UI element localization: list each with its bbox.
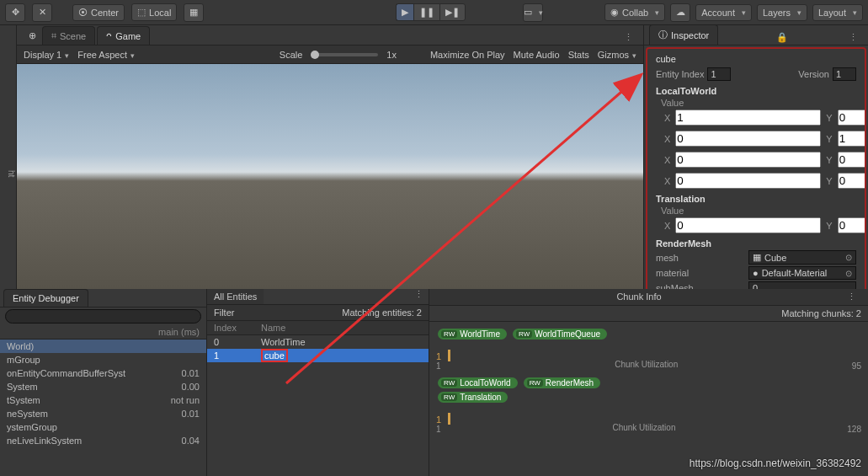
hand-tool-icon[interactable]: ✥ (5, 3, 25, 22)
name-col: Name (258, 321, 429, 334)
info-icon: ⓘ (658, 29, 668, 41)
tag-worldtime[interactable]: RWWorldTime (438, 329, 507, 340)
aspect-dropdown[interactable]: ▭ (523, 3, 543, 22)
entity-row[interactable]: 0WorldTime (207, 335, 429, 349)
gizmos-dropdown[interactable]: Gizmos (598, 50, 636, 60)
layout-dropdown[interactable]: Layout (812, 4, 863, 21)
tab-entity-debugger[interactable]: Entity Debugger (3, 289, 88, 307)
ltw-x[interactable] (675, 152, 821, 168)
chunk-menu-icon[interactable]: ⋮ (842, 291, 861, 302)
collab-dropdown[interactable]: ◉ Collab (604, 3, 665, 21)
left-gutter: ht (0, 25, 17, 289)
filter-button[interactable]: Filter (214, 308, 234, 318)
step-button[interactable]: ▶❚ (439, 3, 466, 21)
game-icon: ᴖ (106, 30, 112, 41)
entity-row-selected[interactable]: 1cube (207, 349, 429, 362)
cloud-icon[interactable]: ☁ (670, 3, 690, 22)
chunk-info-label: Chunk Info (616, 291, 661, 302)
all-entities-label: All Entities (207, 289, 264, 304)
game-viewport (17, 64, 643, 289)
maximize-on-play[interactable]: Maximize On Play (430, 50, 505, 60)
scale-value: 1x (386, 50, 397, 60)
aspect-select[interactable]: Free Aspect (77, 50, 135, 60)
rendermesh-header: RenderMesh (656, 238, 856, 249)
matching-entities: Matching entities: 2 (342, 308, 422, 318)
trans-x[interactable] (675, 217, 821, 233)
account-dropdown[interactable]: Account (695, 4, 752, 21)
entity-index-field[interactable] (707, 67, 731, 81)
search-input[interactable] (5, 309, 201, 324)
trans-y[interactable] (838, 217, 866, 233)
tag-rendermesh[interactable]: RWRenderMesh (524, 377, 600, 388)
mesh-label: mesh (656, 253, 748, 263)
world-row[interactable]: World) (0, 340, 206, 353)
localtoworld-header: LocalToWorld (656, 86, 856, 96)
grid-icon[interactable]: ▦ (184, 3, 204, 22)
system-row[interactable]: System0.00 (0, 380, 206, 393)
scene-icon: ⌗ (51, 30, 56, 41)
layers-dropdown[interactable]: Layers (757, 4, 807, 21)
tag-translation[interactable]: RWTranslation (438, 392, 508, 403)
tab-scene[interactable]: ⌗Scene (42, 26, 95, 45)
index-col: Index (207, 321, 258, 334)
main-toolbar: ✥ ✕ ⦿ Center ⬚ Local ▦ ▶ ❚❚ ▶❚ ▭ ◉ Colla… (0, 0, 868, 25)
entity-index-label: Entity Index (656, 69, 704, 79)
tab-menu-icon[interactable]: ⋮ (619, 30, 638, 45)
tag-localtoworld[interactable]: RWLocalToWorld (438, 377, 518, 388)
play-button[interactable]: ▶ (396, 3, 413, 21)
version-label: Version (798, 69, 829, 79)
system-row[interactable]: neLiveLinkSystem0.04 (0, 434, 206, 447)
tool-icon[interactable]: ✕ (32, 3, 52, 22)
entities-menu-icon[interactable]: ⋮ (409, 289, 429, 304)
matching-chunks: Matching chunks: 2 (781, 308, 861, 318)
local-button[interactable]: ⬚ Local (131, 3, 177, 21)
ltw-y[interactable] (838, 131, 866, 147)
tab-inspector[interactable]: ⓘInspector (649, 24, 718, 45)
stats-button[interactable]: Stats (568, 50, 589, 60)
mute-audio[interactable]: Mute Audio (514, 50, 560, 60)
tab-game[interactable]: ᴖGame (97, 26, 150, 45)
tag-worldtimequeue[interactable]: RWWorldTimeQueue (513, 329, 607, 340)
scale-slider[interactable] (311, 53, 378, 56)
material-label: material (656, 268, 748, 278)
display-dropdown[interactable]: Display 1 (24, 50, 69, 60)
add-tab-icon[interactable]: ⊕ (22, 26, 42, 45)
ltw-x[interactable] (675, 173, 821, 189)
ltw-x[interactable] (675, 110, 821, 126)
value-label-2: Value (661, 206, 856, 216)
system-row[interactable]: neSystem0.01 (0, 407, 206, 420)
system-row[interactable]: tSystemnot run (0, 393, 206, 407)
system-row[interactable]: onEntityCommandBufferSyst0.01 (0, 366, 206, 380)
ltw-x[interactable] (675, 131, 821, 147)
inspector-menu-icon[interactable]: ⋮ (844, 30, 863, 45)
translation-header: Translation (656, 194, 856, 204)
material-field[interactable]: ● Default-Material⊙ (748, 266, 856, 280)
mesh-field[interactable]: ▦ Cube⊙ (748, 250, 856, 265)
inspector-lock-icon[interactable]: 🔒 (771, 30, 793, 45)
version-field[interactable] (833, 67, 856, 81)
entity-name: cube (656, 54, 676, 64)
scale-label: Scale (280, 50, 303, 60)
main-ms-header: main (ms) (158, 327, 200, 337)
system-row[interactable]: ystemGroup (0, 420, 206, 434)
ltw-y[interactable] (838, 110, 866, 126)
center-button[interactable]: ⦿ Center (72, 4, 125, 21)
ltw-y[interactable] (838, 152, 866, 168)
system-row[interactable]: mGroup (0, 353, 206, 366)
pause-button[interactable]: ❚❚ (413, 3, 439, 21)
ltw-y[interactable] (838, 173, 866, 189)
watermark: https://blog.csdn.net/weixin_36382492 (690, 457, 861, 469)
value-label: Value (661, 98, 856, 108)
